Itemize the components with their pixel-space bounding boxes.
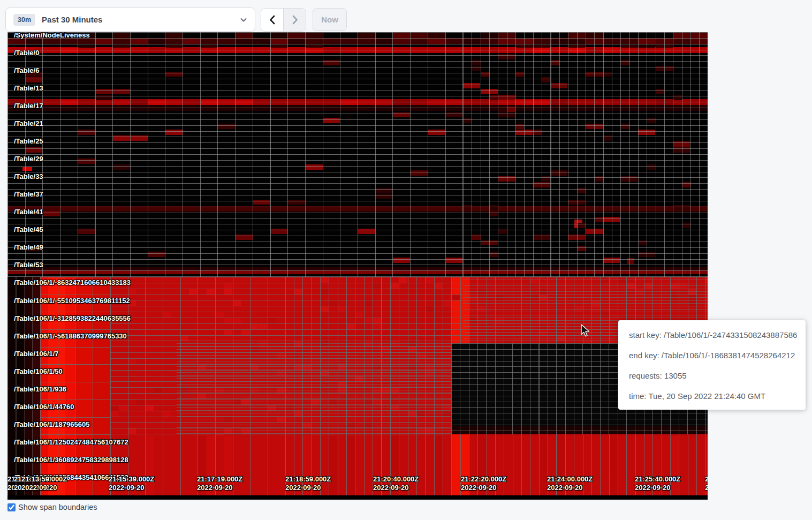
time-axis-label: 21:25:40.000Z2022-09-20 bbox=[635, 475, 680, 492]
row-label: /Table/41 bbox=[14, 208, 43, 216]
heatmap-region bbox=[7, 495, 708, 500]
show-span-boundaries-label: Show span boundaries bbox=[18, 503, 97, 511]
row-label: /Table/25 bbox=[14, 137, 43, 146]
row-label: /Table/106/1/187965605 bbox=[14, 420, 89, 429]
time-axis-label: 21:18:59.000Z2022-09-20 bbox=[285, 475, 331, 492]
time-step-buttons bbox=[261, 8, 306, 32]
row-label: /Table/106/1/-8632471606610433183 bbox=[14, 278, 131, 287]
row-label: /Table/106/1/3608924758329898128 bbox=[14, 456, 128, 464]
row-label: /Table/37 bbox=[14, 190, 43, 199]
heatmap-region bbox=[7, 32, 708, 277]
row-label: /Table/21 bbox=[14, 119, 43, 128]
time-axis-label: 21:17:19.000Z2022-09-20 bbox=[197, 475, 242, 492]
range-badge: 30m bbox=[13, 14, 35, 26]
now-button[interactable]: Now bbox=[313, 8, 347, 31]
tooltip-start-key: start key: /Table/106/1/-247433150824388… bbox=[629, 330, 795, 340]
key-visualizer-page: 30m Past 30 Minutes Now /System/NodeLive… bbox=[0, 0, 812, 520]
show-span-boundaries-checkbox[interactable] bbox=[7, 503, 16, 511]
row-label: /Table/106/1/7 bbox=[14, 350, 59, 358]
tooltip-time: time: Tue, 20 Sep 2022 21:24:40 GMT bbox=[629, 391, 795, 401]
row-label: /Table/106/1/936 bbox=[14, 385, 66, 394]
row-label: /Table/53 bbox=[14, 261, 43, 269]
row-label: /System/NodeLiveness bbox=[14, 32, 90, 40]
chevron-left-icon bbox=[268, 15, 277, 25]
time-axis-label: 21:24:00.000Z2022-09-20 bbox=[547, 475, 593, 492]
show-span-boundaries-toggle[interactable]: Show span boundaries bbox=[7, 503, 97, 511]
time-axis-label: 21:20:40.000Z2022-09-20 bbox=[373, 475, 419, 492]
tooltip-requests: requests: 13055 bbox=[629, 371, 795, 380]
row-label: /Table/6 bbox=[14, 66, 39, 75]
row-label: /Table/45 bbox=[14, 225, 43, 234]
row-label: /Table/29 bbox=[14, 155, 43, 163]
row-label: /Table/106/1/50 bbox=[14, 367, 63, 376]
chevron-right-icon bbox=[291, 15, 299, 25]
step-forward-button[interactable] bbox=[283, 9, 306, 31]
time-axis-label: 21:27:20.000Z2022-09-20 bbox=[705, 475, 708, 492]
time-range-select[interactable]: 30m Past 30 Minutes bbox=[5, 7, 255, 32]
row-label: /Table/106/1/44760 bbox=[14, 403, 74, 411]
hover-tooltip: start key: /Table/106/1/-247433150824388… bbox=[618, 320, 806, 410]
row-label: /Table/106/1/-5510953463769811152 bbox=[14, 297, 130, 305]
row-label: /Table/49 bbox=[14, 243, 43, 252]
range-label: Past 30 Minutes bbox=[42, 15, 240, 24]
row-label: /Table/33 bbox=[14, 172, 43, 181]
heatmap-region bbox=[177, 343, 454, 434]
row-label: /Table/106/1/-561886370999765330 bbox=[14, 332, 127, 341]
time-axis-label: 21:22:20.000Z2022-09-20 bbox=[461, 475, 506, 492]
row-label: /Table/17 bbox=[14, 102, 43, 110]
time-axis-label: 21:15:39.000Z2022-09-20 bbox=[109, 475, 154, 492]
step-back-button[interactable] bbox=[261, 9, 283, 31]
toolbar: 30m Past 30 Minutes Now bbox=[0, 0, 812, 32]
tooltip-end-key: end key: /Table/106/1/-18683814745282642… bbox=[629, 351, 795, 360]
chevron-down-icon bbox=[240, 16, 247, 24]
keyspace-heatmap[interactable]: /System/NodeLiveness/Table/0/Table/6/Tab… bbox=[7, 32, 708, 500]
time-axis-label: 21:13:59.000Z2022-09-20 bbox=[21, 475, 67, 492]
row-label: /Table/0 bbox=[14, 49, 39, 57]
row-label: /Table/106/1/1250247484756107672 bbox=[14, 438, 128, 447]
row-label: /Table/106/1/-3128593822440635556 bbox=[14, 314, 131, 323]
row-label: /Table/13 bbox=[14, 84, 43, 93]
